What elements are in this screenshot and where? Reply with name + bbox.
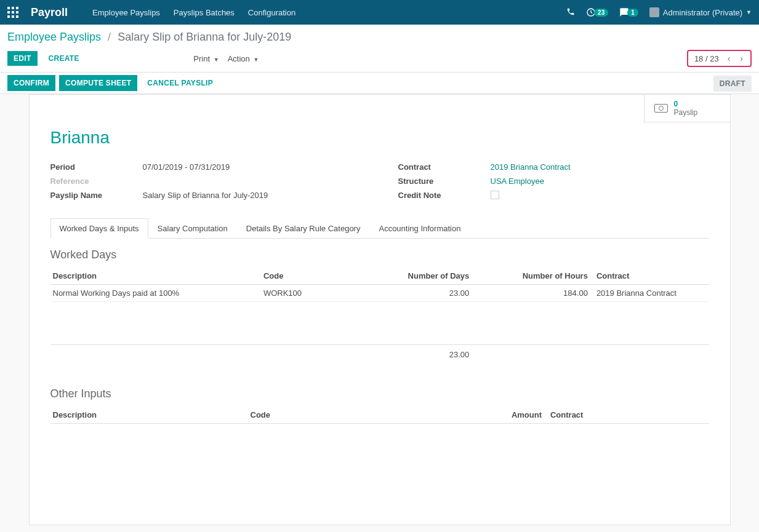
edit-button[interactable]: EDIT bbox=[7, 51, 38, 66]
label-payslip-name: Payslip Name bbox=[50, 191, 143, 200]
caret-down-icon: ▼ bbox=[214, 57, 219, 63]
control-bar: Employee Payslips / Salary Slip of Brian… bbox=[0, 25, 759, 67]
checkbox-credit-note[interactable] bbox=[491, 191, 499, 199]
caret-down-icon: ▼ bbox=[253, 57, 259, 63]
payslip-stat-button[interactable]: 0 Payslip bbox=[644, 95, 730, 122]
activity-icon[interactable]: 23 bbox=[586, 7, 608, 17]
money-icon bbox=[654, 104, 668, 113]
cell-desc: Normal Working Days paid at 100% bbox=[50, 285, 261, 302]
discuss-badge: 1 bbox=[627, 9, 638, 17]
brand-title[interactable]: Payroll bbox=[31, 6, 68, 19]
col-description: Description bbox=[50, 268, 261, 285]
worked-days-table: Description Code Number of Days Number o… bbox=[50, 268, 709, 363]
cell-contract: 2019 Brianna Contract bbox=[590, 285, 709, 302]
action-dropdown[interactable]: Action ▼ bbox=[228, 54, 259, 63]
status-state: DRAFT bbox=[713, 79, 752, 88]
nav-employee-payslips[interactable]: Employee Payslips bbox=[92, 8, 160, 17]
tab-accounting-info[interactable]: Accounting Information bbox=[369, 218, 470, 239]
tabs: Worked Days & Inputs Salary Computation … bbox=[50, 218, 709, 239]
label-credit-note: Credit Note bbox=[398, 191, 491, 201]
other-inputs-table: Description Code Amount Contract bbox=[50, 407, 709, 424]
worked-days-heading: Worked Days bbox=[50, 248, 709, 261]
fields-left: Period07/01/2019 - 07/31/2019 Reference … bbox=[50, 160, 361, 204]
pager-text[interactable]: 18 / 23 bbox=[692, 54, 721, 63]
value-structure[interactable]: USA Employee bbox=[491, 177, 544, 186]
cancel-payslip-button[interactable]: CANCEL PAYSLIP bbox=[141, 75, 219, 91]
state-draft: DRAFT bbox=[713, 76, 752, 92]
table-row[interactable]: Normal Working Days paid at 100% WORK100… bbox=[50, 285, 709, 302]
create-button[interactable]: CREATE bbox=[42, 51, 86, 66]
toolbar: EDIT CREATE Print ▼ Action ▼ 18 / 23 ‹ › bbox=[7, 50, 752, 67]
nav-links: Employee Payslips Payslips Batches Confi… bbox=[92, 8, 295, 17]
col-oi-contract: Contract bbox=[544, 407, 709, 424]
nav-configuration[interactable]: Configuration bbox=[248, 8, 295, 17]
col-oi-description: Description bbox=[50, 407, 248, 424]
value-period: 07/01/2019 - 07/31/2019 bbox=[143, 162, 230, 172]
status-bar: CONFIRM COMPUTE SHEET CANCEL PAYSLIP DRA… bbox=[0, 72, 759, 94]
total-days: 23.00 bbox=[373, 345, 472, 363]
stat-text: 0 Payslip bbox=[674, 100, 698, 117]
col-contract: Contract bbox=[590, 268, 709, 285]
status-buttons: CONFIRM COMPUTE SHEET CANCEL PAYSLIP bbox=[7, 75, 219, 91]
value-credit-note bbox=[491, 191, 499, 201]
pager-next-button[interactable]: › bbox=[736, 52, 747, 65]
phone-icon[interactable] bbox=[566, 7, 575, 18]
apps-icon[interactable] bbox=[7, 7, 18, 18]
avatar-icon bbox=[649, 7, 659, 17]
field-grid: Period07/01/2019 - 07/31/2019 Reference … bbox=[50, 160, 709, 204]
cell-hours: 184.00 bbox=[472, 285, 590, 302]
sheet-background: 0 Payslip Brianna Period07/01/2019 - 07/… bbox=[0, 94, 759, 532]
activity-badge: 23 bbox=[594, 9, 608, 17]
label-structure: Structure bbox=[398, 177, 491, 186]
stat-count: 0 bbox=[674, 100, 698, 108]
col-code: Code bbox=[261, 268, 373, 285]
breadcrumb-current: Salary Slip of Brianna for July-2019 bbox=[118, 31, 291, 43]
tab-salary-computation[interactable]: Salary Computation bbox=[148, 218, 237, 239]
user-menu[interactable]: Administrator (Private) ▼ bbox=[649, 7, 752, 17]
breadcrumb-parent[interactable]: Employee Payslips bbox=[7, 31, 101, 43]
other-inputs-heading: Other Inputs bbox=[50, 387, 709, 400]
stat-label: Payslip bbox=[674, 108, 698, 117]
label-contract: Contract bbox=[398, 162, 491, 172]
caret-down-icon: ▼ bbox=[746, 9, 752, 15]
toolbar-center: Print ▼ Action ▼ bbox=[193, 54, 259, 63]
cell-code: WORK100 bbox=[261, 285, 373, 302]
form-sheet: 0 Payslip Brianna Period07/01/2019 - 07/… bbox=[29, 94, 731, 525]
tab-details-by-category[interactable]: Details By Salary Rule Category bbox=[237, 218, 370, 239]
label-period: Period bbox=[50, 162, 143, 172]
label-reference: Reference bbox=[50, 177, 143, 186]
cell-days: 23.00 bbox=[373, 285, 472, 302]
print-dropdown[interactable]: Print ▼ bbox=[193, 54, 219, 63]
fields-right: Contract2019 Brianna Contract StructureU… bbox=[398, 160, 709, 204]
breadcrumb-sep: / bbox=[108, 31, 111, 43]
discuss-icon[interactable]: 1 bbox=[619, 7, 638, 17]
nav-payslips-batches[interactable]: Payslips Batches bbox=[174, 8, 235, 17]
value-payslip-name: Salary Slip of Brianna for July-2019 bbox=[143, 191, 268, 200]
pager-prev-button[interactable]: ‹ bbox=[724, 52, 734, 65]
confirm-button[interactable]: CONFIRM bbox=[7, 75, 55, 91]
breadcrumb: Employee Payslips / Salary Slip of Brian… bbox=[7, 31, 752, 44]
nav-right: 23 1 Administrator (Private) ▼ bbox=[566, 7, 752, 18]
user-name: Administrator (Private) bbox=[663, 8, 742, 17]
value-contract[interactable]: 2019 Brianna Contract bbox=[491, 162, 571, 172]
col-days: Number of Days bbox=[373, 268, 472, 285]
col-oi-amount: Amount bbox=[465, 407, 544, 424]
main-navbar: Payroll Employee Payslips Payslips Batch… bbox=[0, 0, 759, 25]
record-title: Brianna bbox=[50, 128, 709, 148]
worked-days-table-wrap: Description Code Number of Days Number o… bbox=[50, 268, 709, 363]
col-oi-code: Code bbox=[248, 407, 465, 424]
tab-worked-days-inputs[interactable]: Worked Days & Inputs bbox=[50, 218, 148, 239]
pager: 18 / 23 ‹ › bbox=[687, 50, 752, 67]
col-hours: Number of Hours bbox=[472, 268, 590, 285]
compute-sheet-button[interactable]: COMPUTE SHEET bbox=[59, 75, 137, 91]
